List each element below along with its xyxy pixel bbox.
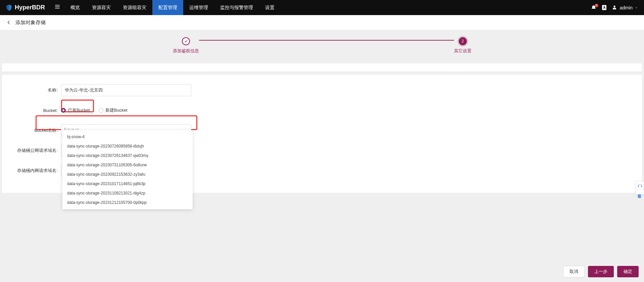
notification-icon[interactable]: 0 [590,4,597,11]
gap-card [2,63,642,71]
step-indicator: 添加鉴权信息 2 其它设置 [0,30,644,63]
brand-text: HyperBDR [15,4,45,11]
nav-settings[interactable]: 设置 [259,0,281,15]
dropdown-item[interactable]: data-sync-storage-20230726134637-qw03my [62,151,193,160]
bucket-name-dropdown: bj-snow-4 data-sync-storage-202307260958… [62,130,193,209]
step-2-label: 其它设置 [454,48,472,54]
name-input[interactable] [61,84,191,96]
dropdown-item[interactable]: data-sync-storage-20231212155700-0p0kpp [62,198,193,207]
chat-label: 在线客服 [638,191,642,192]
form-card: 名称: Bucket: 已有Bucket 新建Bucket Bucket名称: … [2,75,642,193]
confirm-button[interactable]: 确定 [617,266,639,277]
user-name: admin [620,5,633,10]
dropdown-item[interactable]: data-sync-storage-20231017114651-jq8b3p [62,179,193,188]
chat-widget[interactable]: 在线客服 [635,181,644,194]
headset-icon [637,183,643,189]
right-toolbar: 0 A admin [590,4,644,11]
user-icon [612,5,618,11]
row-bucket: Bucket: 已有Bucket 新建Bucket [2,104,642,116]
prev-button[interactable]: 上一步 [588,266,614,277]
shield-icon [5,4,13,11]
label-name: 名称: [2,87,61,93]
nav-items: 概览 资源容灾 资源组容灾 配置管理 运维管理 监控与报警管理 设置 [64,0,281,15]
nav-monitor[interactable]: 监控与报警管理 [214,0,259,15]
notif-count: 0 [595,4,598,7]
menu-toggle-icon[interactable] [50,4,64,11]
step-2-circle: 2 [459,37,467,45]
radio-new-bucket[interactable]: 新建Bucket [99,107,128,113]
radio-on-icon [61,108,66,113]
step-1-label: 添加鉴权信息 [173,48,199,54]
back-arrow-icon[interactable] [5,19,12,26]
svg-point-0 [613,5,615,7]
step-line [199,40,454,41]
nav-resource-group-dr[interactable]: 资源组容灾 [117,0,152,15]
radio-off-icon [99,108,103,113]
nav-overview[interactable]: 概览 [64,0,86,15]
dropdown-item[interactable]: data-sync-storage-20231108213021-dig4zp [62,188,193,198]
step-1-circle-check-icon [182,37,190,45]
label-bucket-name: Bucket名称: [2,127,61,133]
label-private-domain: 存储桶内网请求域名: [2,168,61,174]
page-title: 添加对象存储 [15,19,46,26]
page-header: 添加对象存储 [0,15,644,30]
nav-resource-dr[interactable]: 资源容灾 [86,0,117,15]
nav-config[interactable]: 配置管理 [152,0,183,15]
footer-actions: 取消 上一步 确定 [563,266,639,277]
label-bucket: Bucket: [2,108,61,113]
language-icon[interactable]: A [601,4,608,11]
dropdown-item[interactable]: bj-snow-4 [62,132,193,142]
step-1: 添加鉴权信息 [173,37,199,54]
user-menu[interactable]: admin [612,5,638,11]
dropdown-item[interactable]: data-sync-storage-20230731105305-6o8une [62,160,193,170]
brand-logo[interactable]: HyperBDR [0,4,50,11]
dropdown-item[interactable]: data-sync-storage-20230922153632-zy3afu [62,170,193,179]
radio-existing-bucket[interactable]: 已有Bucket [61,107,90,113]
cancel-button[interactable]: 取消 [563,266,585,277]
nav-ops[interactable]: 运维管理 [183,0,214,15]
top-nav: HyperBDR 概览 资源容灾 资源组容灾 配置管理 运维管理 监控与报警管理… [0,0,644,15]
dropdown-item[interactable]: data-sync-storage-20230726095858-i6dsjh [62,142,193,151]
chevron-down-icon [635,5,638,10]
radio-existing-label: 已有Bucket [68,107,90,113]
row-name: 名称: [2,84,642,96]
step-2: 2 其它设置 [454,37,472,54]
radio-new-label: 新建Bucket [105,107,128,113]
label-public-domain: 存储桶公网请求域名: [2,148,61,154]
